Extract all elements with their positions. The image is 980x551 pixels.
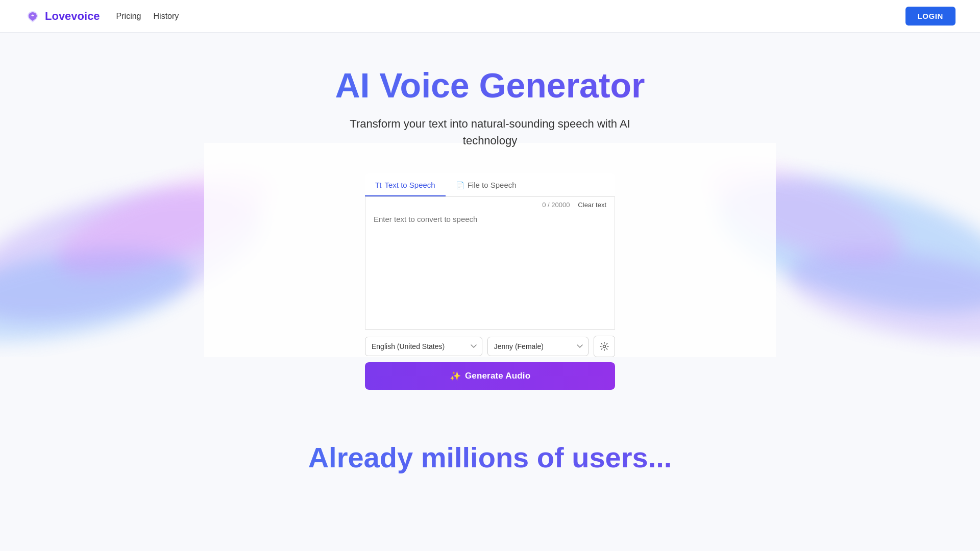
file-to-speech-icon: 📄 — [456, 181, 464, 189]
login-button[interactable]: LOGIN — [905, 7, 956, 26]
settings-button[interactable] — [594, 336, 615, 357]
svg-point-7 — [603, 345, 606, 348]
bottom-title: Already millions of users... — [8, 441, 972, 474]
nav-pricing[interactable]: Pricing — [116, 12, 141, 21]
hero-subtitle: Transform your text into natural-soundin… — [337, 115, 643, 149]
char-count-row: 0 / 20000 Clear text — [365, 197, 615, 211]
tab-bar: Tt Text to Speech 📄 File to Speech — [365, 173, 615, 197]
language-select[interactable]: English (United States) English (UK) Spa… — [365, 337, 482, 356]
navbar-left: Lovevoice Pricing History — [24, 8, 179, 24]
card-body: 0 / 20000 Clear text — [365, 197, 615, 330]
nav-history[interactable]: History — [154, 12, 179, 21]
logo-link[interactable]: Lovevoice — [24, 8, 100, 24]
text-to-speech-icon: Tt — [375, 181, 381, 189]
hero-title: AI Voice Generator — [8, 65, 972, 105]
sparkle-icon: ✨ — [450, 370, 461, 382]
tab-file-to-speech-label: File to Speech — [468, 181, 517, 189]
speech-textarea[interactable] — [365, 211, 615, 327]
nav-links: Pricing History — [116, 12, 179, 21]
char-count: 0 / 20000 — [542, 201, 570, 209]
bottom-section: Already millions of users... — [0, 420, 980, 474]
navbar: Lovevoice Pricing History LOGIN — [0, 0, 980, 33]
svg-point-5 — [698, 146, 915, 283]
svg-point-4 — [781, 233, 980, 357]
tab-file-to-speech[interactable]: 📄 File to Speech — [446, 173, 527, 196]
svg-point-3 — [705, 151, 980, 339]
main-card: Tt Text to Speech 📄 File to Speech 0 / 2… — [365, 173, 615, 420]
tab-text-to-speech[interactable]: Tt Text to Speech — [365, 173, 446, 196]
voice-select[interactable]: Jenny (Female) Guy (Male) Aria (Female) … — [487, 337, 589, 356]
logo-icon — [24, 8, 41, 24]
clear-text-button[interactable]: Clear text — [578, 201, 606, 209]
tab-text-to-speech-label: Text to Speech — [384, 181, 435, 189]
controls-row: English (United States) English (UK) Spa… — [365, 330, 615, 357]
brand-name: Lovevoice — [45, 10, 100, 23]
hero-section: AI Voice Generator Transform your text i… — [0, 33, 980, 149]
generate-audio-button[interactable]: ✨ Generate Audio — [365, 362, 615, 390]
gear-icon — [600, 342, 609, 351]
svg-point-1 — [0, 233, 199, 357]
svg-point-2 — [45, 153, 281, 296]
svg-point-0 — [0, 161, 275, 349]
generate-audio-label: Generate Audio — [465, 371, 530, 381]
